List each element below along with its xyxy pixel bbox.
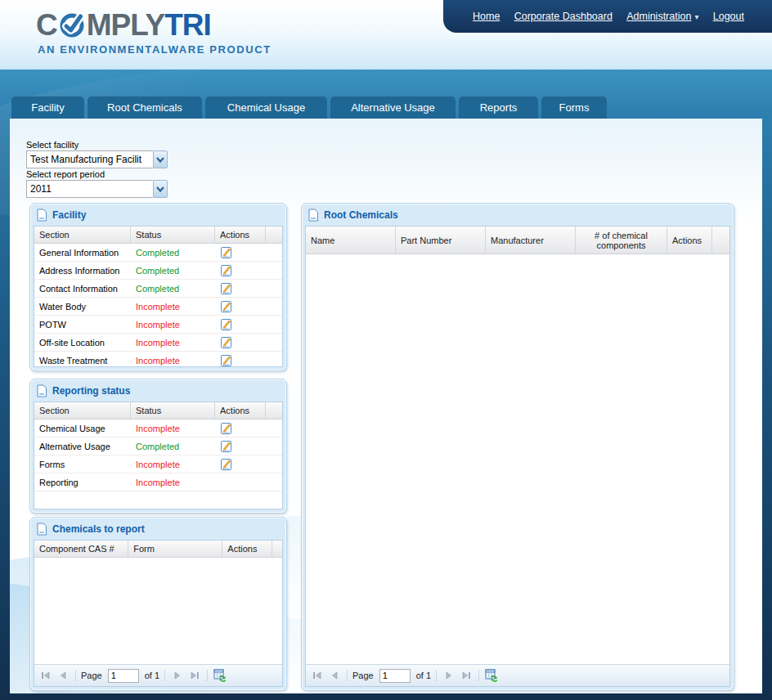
report-period-dropdown-trigger[interactable]: [153, 180, 168, 198]
facility-input[interactable]: [26, 150, 153, 168]
section-cell: Alternative Usage: [34, 442, 131, 451]
prev-page-button[interactable]: [327, 668, 342, 683]
column-header-actions[interactable]: Actions: [667, 227, 712, 254]
nav-administration-link[interactable]: Administration▾: [626, 11, 698, 22]
last-page-button[interactable]: [187, 668, 202, 683]
edit-icon[interactable]: [220, 246, 233, 259]
section-cell: Chemical Usage: [34, 424, 131, 433]
tab-reports[interactable]: Reports: [459, 96, 538, 119]
panel-title: Chemicals to report: [52, 523, 145, 535]
logo-text-tri: TRI: [164, 8, 211, 42]
nav-home-link[interactable]: Home: [473, 11, 500, 22]
status-cell: Completed: [131, 248, 215, 258]
edit-icon[interactable]: [220, 440, 233, 453]
column-header-name[interactable]: Name: [306, 227, 396, 254]
root-chemicals-pager: Page of 1: [306, 664, 729, 686]
status-cell: Incomplete: [131, 478, 215, 487]
top-nav: Home Corporate Dashboard Administration▾…: [443, 0, 772, 33]
section-cell: Address Information: [34, 266, 131, 276]
edit-icon[interactable]: [220, 318, 233, 331]
column-header-section[interactable]: Section: [34, 402, 131, 419]
column-header-section[interactable]: Section: [34, 227, 131, 243]
pager-separator: [207, 670, 208, 681]
page-label: Page: [81, 671, 102, 680]
reporting-status-panel-header: Reporting status: [34, 383, 283, 402]
select-facility-label: Select facility: [26, 140, 79, 150]
chemicals-to-report-panel: Chemicals to report Component CAS # Form…: [29, 517, 287, 691]
refresh-icon[interactable]: [213, 668, 227, 683]
page-number-input[interactable]: [379, 669, 411, 683]
next-page-button[interactable]: [442, 668, 456, 683]
pager-separator: [347, 670, 348, 681]
table-row: Alternative Usage Completed: [34, 438, 282, 455]
column-header-status[interactable]: Status: [131, 227, 215, 243]
root-chemicals-panel: Root Chemicals Name Part Number Manufact…: [301, 203, 734, 691]
actions-cell: [215, 458, 266, 471]
document-icon: [36, 523, 47, 536]
check-circle-icon: [58, 11, 86, 38]
edit-icon[interactable]: [220, 264, 233, 277]
column-header-actions[interactable]: Actions: [215, 227, 266, 243]
column-header-component-cas[interactable]: Component CAS #: [34, 541, 128, 557]
actions-cell: [215, 264, 266, 277]
tab-root-chemicals[interactable]: Root Chemicals: [88, 96, 202, 119]
panel-title: Facility: [52, 209, 86, 221]
column-header-manufacturer[interactable]: Manufacturer: [486, 227, 576, 254]
edit-icon[interactable]: [220, 458, 233, 471]
pager-separator: [478, 670, 479, 681]
chevron-down-icon: ▾: [694, 12, 698, 21]
table-row: Water Body Incomplete: [34, 298, 282, 316]
table-row: Address Information Completed: [34, 262, 282, 280]
edit-icon[interactable]: [220, 336, 233, 349]
next-page-button[interactable]: [170, 668, 185, 683]
nav-logout-link[interactable]: Logout: [713, 11, 744, 22]
actions-cell: [215, 354, 266, 367]
chemicals-grid-body: [34, 558, 282, 664]
facility-dropdown-trigger[interactable]: [153, 150, 168, 168]
last-page-button[interactable]: [459, 668, 474, 683]
chemicals-panel-header: Chemicals to report: [34, 521, 283, 540]
status-cell: Incomplete: [131, 338, 215, 348]
first-page-button[interactable]: [38, 668, 53, 683]
column-header-part-number[interactable]: Part Number: [396, 227, 486, 254]
prev-page-button[interactable]: [56, 668, 70, 683]
actions-cell: [215, 336, 266, 349]
nav-corporate-dashboard-link[interactable]: Corporate Dashboard: [514, 11, 613, 22]
tab-facility[interactable]: Facility: [11, 96, 84, 119]
root-grid-header: Name Part Number Manufacturer # of chemi…: [306, 227, 729, 254]
column-header-filler: [712, 227, 729, 254]
actions-cell: [215, 440, 266, 453]
column-header-actions[interactable]: Actions: [222, 541, 272, 557]
report-period-combobox: [26, 180, 168, 198]
section-cell: Off-site Location: [34, 338, 131, 348]
column-header-actions[interactable]: Actions: [215, 402, 266, 419]
report-period-input[interactable]: [26, 180, 153, 198]
column-header-filler: [266, 402, 282, 419]
page-number-input[interactable]: [108, 669, 139, 683]
document-icon: [307, 209, 319, 222]
column-header-components[interactable]: # of chemical components: [576, 227, 667, 254]
tab-alternative-usage[interactable]: Alternative Usage: [330, 96, 456, 119]
edit-icon[interactable]: [220, 300, 233, 313]
edit-icon[interactable]: [220, 354, 233, 367]
logo-tagline: AN ENVIRONMENTALWARE PRODUCT: [38, 43, 272, 56]
reporting-status-panel: Reporting status Section Status Actions …: [29, 379, 287, 514]
tab-forms[interactable]: Forms: [541, 96, 607, 119]
refresh-icon[interactable]: [484, 668, 499, 683]
facility-panel: Facility Section Status Actions General …: [29, 203, 287, 371]
table-row: Reporting Incomplete: [34, 473, 282, 491]
first-page-button[interactable]: [310, 668, 325, 683]
section-cell: Water Body: [34, 302, 131, 312]
column-header-status[interactable]: Status: [131, 402, 215, 419]
tab-chemical-usage[interactable]: Chemical Usage: [205, 96, 327, 119]
complytri-page: CMPLYTRI AN ENVIRONMENTALWARE PRODUCT Ho…: [0, 0, 772, 700]
column-header-form[interactable]: Form: [128, 541, 222, 557]
edit-icon[interactable]: [220, 422, 233, 435]
complytri-logo: CMPLYTRI: [36, 10, 211, 47]
actions-cell: [215, 318, 266, 331]
status-cell: Incomplete: [131, 302, 215, 312]
actions-cell: [215, 300, 266, 313]
table-row: Waste Treatment Incomplete: [34, 352, 282, 366]
edit-icon[interactable]: [220, 282, 233, 295]
facility-combobox: [26, 150, 168, 168]
